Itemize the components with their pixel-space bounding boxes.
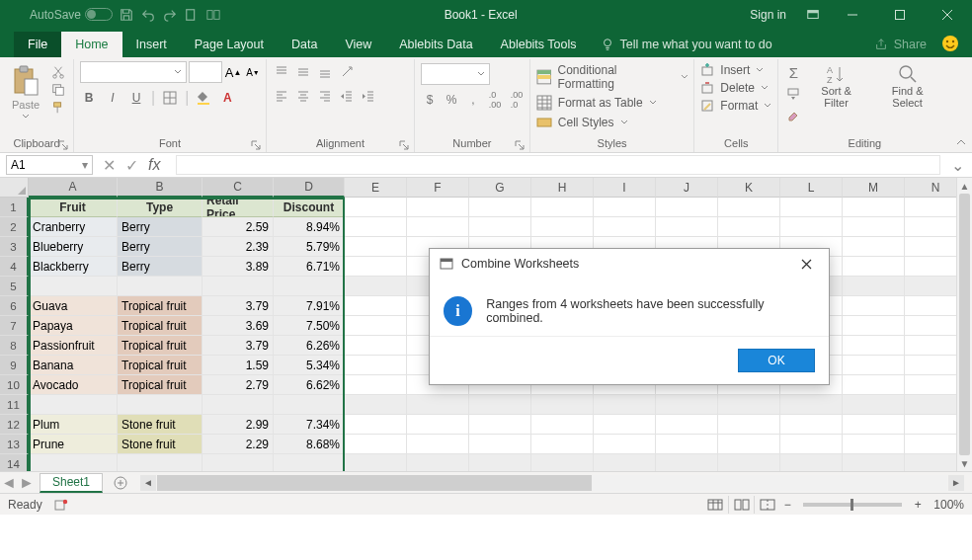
cell[interactable]: 7.91% (274, 296, 345, 316)
cell[interactable]: 1.59 (202, 356, 274, 375)
cell[interactable]: 5.34% (274, 356, 345, 375)
dialog-launcher-icon[interactable] (250, 139, 262, 151)
align-bottom-icon[interactable] (316, 63, 334, 81)
cell[interactable] (407, 217, 469, 237)
cell[interactable] (843, 257, 905, 277)
collapse-ribbon-icon[interactable] (950, 59, 972, 152)
font-family-combo[interactable] (80, 61, 187, 83)
cell[interactable] (407, 435, 469, 454)
cell[interactable] (843, 454, 905, 471)
cell[interactable] (118, 454, 202, 471)
row-header[interactable]: 14 (0, 454, 29, 471)
cell[interactable] (345, 316, 407, 336)
cell[interactable] (118, 395, 202, 415)
cell[interactable]: 5.79% (274, 237, 345, 257)
cell[interactable] (469, 454, 531, 471)
feedback-icon[interactable] (936, 30, 964, 57)
tab-view[interactable]: View (331, 32, 385, 57)
clear-icon[interactable] (784, 107, 802, 124)
cell[interactable]: 6.62% (274, 375, 345, 395)
cut-icon[interactable] (51, 65, 65, 79)
cell[interactable] (345, 257, 407, 277)
row-header[interactable]: 13 (0, 435, 29, 454)
cell[interactable]: 7.34% (274, 415, 345, 435)
tab-home[interactable]: Home (61, 32, 122, 57)
zoom-level[interactable]: 100% (933, 498, 964, 512)
cell[interactable] (718, 415, 780, 435)
scroll-left-icon[interactable]: ◄ (140, 475, 156, 491)
increase-font-icon[interactable]: A▲ (224, 63, 242, 81)
cell[interactable] (843, 356, 905, 375)
cell[interactable] (118, 277, 202, 296)
dialog-launcher-icon[interactable] (514, 139, 526, 151)
column-header[interactable]: D (274, 178, 345, 198)
increase-indent-icon[interactable] (360, 87, 377, 105)
scroll-thumb[interactable] (959, 194, 970, 455)
cell[interactable]: 3.79 (202, 296, 274, 316)
cell[interactable]: Retail Price (202, 198, 274, 217)
cell[interactable] (656, 198, 718, 217)
view-page-break-icon[interactable] (754, 496, 779, 514)
format-painter-icon[interactable] (51, 101, 65, 115)
column-header[interactable]: G (469, 178, 531, 198)
cell[interactable]: 7.50% (274, 316, 345, 336)
horizontal-scrollbar[interactable]: ◄ ► (140, 475, 964, 491)
enter-formula-icon[interactable]: ✓ (125, 156, 138, 175)
scroll-right-icon[interactable]: ► (948, 475, 964, 491)
tab-data[interactable]: Data (278, 32, 331, 57)
cell[interactable]: 2.59 (202, 217, 274, 237)
cell[interactable]: Stone fruit (118, 435, 202, 454)
cell[interactable]: 3.69 (202, 316, 274, 336)
bold-button[interactable]: B (80, 89, 98, 107)
cell[interactable]: Tropical fruit (118, 375, 202, 395)
cell[interactable] (594, 454, 656, 471)
align-center-icon[interactable] (294, 87, 312, 105)
cell[interactable] (843, 336, 905, 356)
cell[interactable]: Passionfruit (29, 336, 118, 356)
close-button[interactable] (925, 0, 970, 29)
cell[interactable] (407, 395, 469, 415)
column-header[interactable]: J (656, 178, 718, 198)
align-left-icon[interactable] (273, 87, 290, 105)
cell[interactable]: Tropical fruit (118, 296, 202, 316)
zoom-in-button[interactable]: + (910, 498, 926, 512)
cell[interactable] (531, 435, 594, 454)
cell[interactable] (29, 277, 118, 296)
orientation-icon[interactable] (338, 63, 356, 81)
find-select-button[interactable]: Find & Select (870, 61, 945, 109)
share-button[interactable]: Share (864, 32, 936, 57)
paste-label[interactable]: Paste (12, 99, 40, 111)
row-header[interactable]: 4 (0, 257, 29, 277)
cell[interactable]: 2.29 (202, 435, 274, 454)
cell[interactable] (29, 395, 118, 415)
cell[interactable] (202, 454, 274, 471)
insert-function-icon[interactable]: fx (148, 156, 166, 175)
format-cells-button[interactable]: Format (700, 99, 771, 113)
cell[interactable] (656, 454, 718, 471)
cell[interactable]: Berry (118, 217, 202, 237)
cell[interactable] (345, 198, 407, 217)
dialog-launcher-icon[interactable] (398, 139, 410, 151)
decrease-indent-icon[interactable] (338, 87, 356, 105)
row-header[interactable]: 7 (0, 316, 29, 336)
cell[interactable] (843, 217, 905, 237)
column-header[interactable]: F (407, 178, 469, 198)
delete-cells-button[interactable]: Delete (700, 81, 771, 95)
cell[interactable] (469, 198, 531, 217)
cell[interactable] (202, 277, 274, 296)
qat-new-icon[interactable] (184, 7, 200, 23)
cancel-formula-icon[interactable]: ✕ (103, 156, 116, 175)
cell[interactable] (345, 217, 407, 237)
cell[interactable] (718, 217, 780, 237)
row-header[interactable]: 5 (0, 277, 29, 296)
cell[interactable] (718, 435, 780, 454)
cell[interactable] (29, 454, 118, 471)
cell[interactable] (407, 198, 469, 217)
column-header[interactable]: A (29, 178, 118, 198)
tab-file[interactable]: File (14, 32, 61, 57)
cell[interactable] (718, 395, 780, 415)
cell[interactable] (594, 395, 656, 415)
column-header[interactable]: H (531, 178, 594, 198)
redo-icon[interactable] (162, 7, 178, 23)
comma-icon[interactable]: , (464, 91, 482, 109)
